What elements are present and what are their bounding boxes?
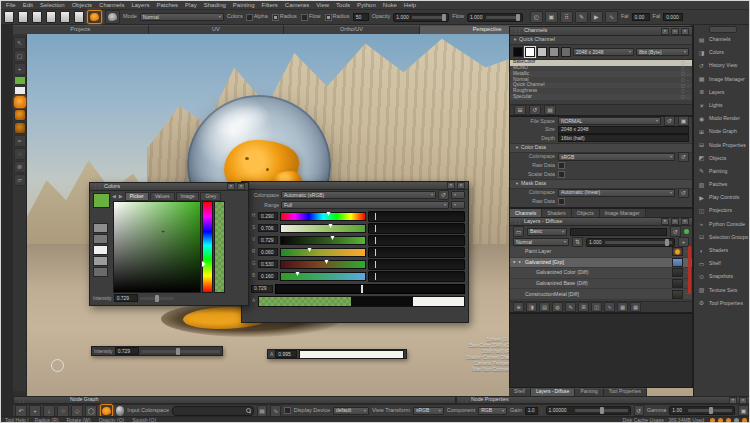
menu-edit[interactable]: Edit	[23, 2, 33, 8]
channel-value-field[interactable]: 0.290	[258, 212, 278, 220]
channel-list-icon[interactable]: ▤	[544, 105, 556, 115]
slider-marker[interactable]	[295, 272, 299, 276]
undo-icon[interactable]: ↶	[15, 405, 27, 417]
mask-colorspace-dropdown[interactable]: Automatic (linear)▾	[558, 189, 675, 197]
input-colorspace-search[interactable]	[172, 406, 254, 416]
foreground-color-swatch[interactable]	[14, 76, 26, 85]
palette-selection-groups[interactable]: ⊡ Selection Groups	[694, 231, 750, 244]
channel-value-field[interactable]: 0.530	[258, 260, 278, 268]
options-icon[interactable]: ▣	[678, 116, 689, 126]
palette-image-manager[interactable]: ▦ Image Manager	[694, 73, 750, 86]
layers-tab-image-manager[interactable]: Image Manager	[600, 209, 646, 217]
radius-link-checkbox[interactable]: Radius	[325, 14, 350, 21]
colorspace-dropdown[interactable]: Automatic (sRGB)▾	[281, 191, 436, 199]
intensity-slider[interactable]	[140, 297, 174, 300]
close-icon[interactable]: ✕	[237, 183, 245, 190]
palette-node-properties[interactable]: ⊟ Node Properties	[694, 139, 750, 152]
palette-channels[interactable]: ▤ Channels	[694, 33, 750, 46]
menu-patches[interactable]: Patches	[156, 2, 178, 8]
reset-icon[interactable]: ↺	[664, 116, 675, 126]
layer-thumbnail[interactable]	[672, 247, 683, 256]
menu-python[interactable]: Python	[357, 2, 376, 8]
menu-filters[interactable]: Filters	[262, 2, 278, 8]
channel-menu-icon[interactable]: –	[687, 72, 689, 76]
saturation-value-picker[interactable]: +	[113, 201, 201, 293]
import-icon[interactable]	[46, 11, 56, 23]
current-color-swatch[interactable]	[93, 193, 110, 208]
gain-slider[interactable]: 1.00000	[546, 406, 631, 415]
node-graph-panel[interactable]	[509, 313, 693, 388]
reset-colorspace-icon[interactable]: ↺	[438, 190, 449, 200]
range-extra-dropdown[interactable]: ▾	[451, 201, 465, 209]
channel-gradient-slider[interactable]	[280, 260, 366, 269]
channel-lock-icon[interactable]: ▢	[681, 89, 685, 93]
status-indicator-icon[interactable]	[742, 418, 747, 423]
paint-tool[interactable]	[14, 96, 26, 108]
drop-paint-icon[interactable]: ↓	[43, 405, 55, 417]
range-dropdown[interactable]: Full▾	[281, 201, 449, 209]
clone-stamp-tool[interactable]: ⊚	[14, 161, 26, 173]
float-icon[interactable]: ▭	[671, 28, 679, 35]
marquee-select-tool[interactable]: ▢	[14, 50, 26, 62]
procedural-layer-icon[interactable]: ∿	[604, 302, 615, 312]
expand-triangle-icon[interactable]: ▼	[515, 146, 519, 150]
layers-scrollbar[interactable]	[688, 246, 691, 294]
timer-icon[interactable]: ◴	[530, 11, 543, 23]
channel-menu-icon[interactable]: –	[687, 78, 689, 82]
paint-mode-dropdown[interactable]: Normal▾	[140, 13, 224, 21]
slider-marker[interactable]	[331, 236, 335, 240]
falloff-curve-icon[interactable]: ∿	[605, 11, 618, 23]
menu-tools[interactable]: Tools	[336, 2, 350, 8]
layer-paint-layer[interactable]: Paint Layer ⋯	[510, 247, 692, 258]
layer-filter-dropdown[interactable]: Basic▾	[527, 228, 567, 236]
colors-dialog-titlebar[interactable]: ⋮⋮ Colors ▾✕	[90, 183, 248, 191]
channel-lock-icon[interactable]: ▢	[681, 95, 685, 99]
tab-ortho-uv[interactable]: Ortho/UV	[284, 25, 420, 34]
channel-menu-icon[interactable]: –	[687, 84, 689, 88]
floating-intensity-bar[interactable]: Intensity 0.729	[91, 346, 223, 356]
palette-snapshots[interactable]: ⊙ Snapshots	[694, 270, 750, 283]
projection-icon[interactable]: ▣	[545, 11, 558, 23]
menu-file[interactable]: File	[6, 2, 16, 8]
channel-menu-icon[interactable]: –	[687, 67, 689, 71]
slider-marker[interactable]	[326, 212, 330, 216]
channel-lock-icon[interactable]: ▢	[681, 67, 685, 71]
duplicate-layer-icon[interactable]: ◫	[591, 302, 602, 312]
menu-nuke[interactable]: Nuke	[383, 2, 397, 8]
alpha-gradient-slider[interactable]	[258, 296, 465, 307]
add-channel-icon[interactable]: ⊞	[514, 105, 526, 115]
reset-icon[interactable]: ↺	[678, 188, 689, 198]
palette-painting[interactable]: ✎ Painting	[694, 165, 750, 178]
flow-checkbox[interactable]: Flow	[301, 14, 321, 21]
falloff1-field[interactable]: 0.00	[632, 13, 650, 21]
node-properties-header[interactable]: ⋮⋮ Node Properties ▾✕	[456, 396, 750, 404]
mask-raw-checkbox[interactable]	[558, 198, 565, 205]
colorspace-dropdown[interactable]: sRGB▾	[558, 153, 675, 161]
dock-tab-painting[interactable]: Painting	[575, 388, 603, 396]
vector-paint-tool[interactable]	[14, 122, 26, 134]
menu-layers[interactable]: Layers	[131, 2, 149, 8]
channel-swatch[interactable]	[549, 47, 559, 57]
minimize-icon[interactable]: ▾	[227, 183, 235, 190]
expand-arrow-icon[interactable]: ▸	[519, 260, 523, 264]
palette-layers[interactable]: ≣ Layers	[694, 86, 750, 99]
radius-field[interactable]: 50	[353, 13, 369, 21]
swap-icon[interactable]: ⇅	[572, 237, 583, 247]
layer-thumbnail[interactable]	[672, 290, 683, 299]
collapse-icon[interactable]: ▾	[729, 397, 737, 404]
layer-constructionmetal[interactable]: ConstructionMetal [Diff] ⋯	[510, 289, 692, 300]
menu-help[interactable]: Help	[404, 2, 416, 8]
palette-shaders[interactable]: ◐ Shaders	[694, 244, 750, 257]
refresh-icon[interactable]: ↺	[670, 226, 681, 237]
palette-tool-properties[interactable]: ⚙ Tool Properties	[694, 297, 750, 310]
channel-swatch[interactable]	[513, 47, 523, 57]
dock-tab-tool-properties[interactable]: Tool Properties	[604, 388, 647, 396]
intensity-field[interactable]: 0.729	[114, 294, 138, 302]
slider-marker[interactable]	[307, 248, 311, 252]
eraser-tool-button[interactable]	[105, 10, 120, 24]
play-icon[interactable]: ▶	[590, 11, 603, 23]
menu-objects[interactable]: Objects	[72, 2, 92, 8]
node-graph-header[interactable]: ⋮⋮ Node Graph	[13, 396, 456, 404]
channel-gradient-slider[interactable]	[280, 248, 366, 257]
open-project-icon[interactable]	[18, 11, 28, 23]
